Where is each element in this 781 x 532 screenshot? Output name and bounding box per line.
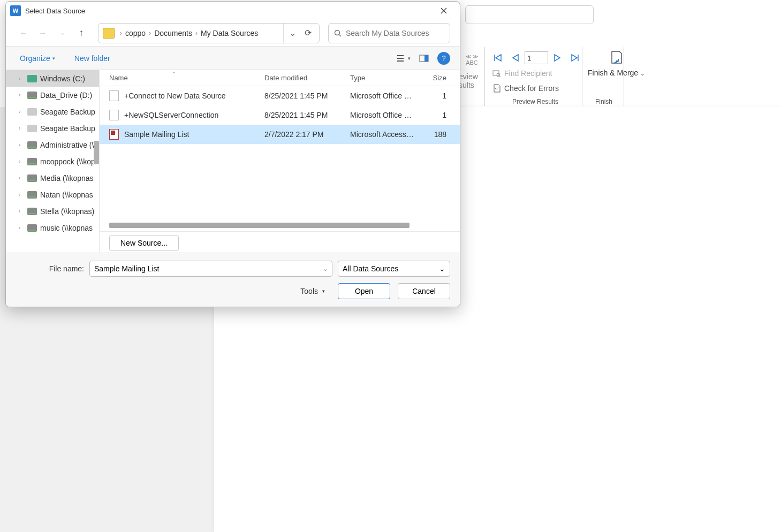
next-record-icon[interactable] [550,52,564,64]
chevron-right-icon[interactable]: › [19,175,24,181]
file-date: 8/25/2021 1:45 PM [264,111,350,119]
horizontal-scroll-track[interactable] [100,222,460,231]
organize-button[interactable]: Organize ▾ [16,52,59,65]
file-type-filter[interactable]: All Data Sources ⌄ [338,261,450,277]
tell-me-box[interactable] [465,5,594,24]
search-input[interactable] [346,29,444,37]
close-button[interactable] [432,3,456,19]
view-options-button[interactable]: ▾ [396,50,412,66]
last-record-icon[interactable] [566,52,582,64]
tree-item[interactable]: ›Administrative (\ [6,136,99,153]
file-size: 188 [414,130,446,139]
file-row[interactable]: +NewSQLServerConnection8/25/2021 1:45 PM… [100,105,460,125]
chevron-down-icon[interactable]: ⌄ [439,264,445,273]
new-source-bar: New Source... [100,231,460,253]
new-source-button[interactable]: New Source... [109,235,179,251]
preview-results-group-label: Preview Results [490,98,580,105]
column-date[interactable]: Date modified [264,74,350,82]
find-icon [492,69,501,78]
chevron-right-icon[interactable]: › [19,125,24,131]
drive-icon [27,141,37,149]
file-icon [109,90,119,101]
column-type[interactable]: Type [350,74,414,82]
tools-dropdown[interactable]: Tools ▾ [300,287,325,295]
chevron-right-icon[interactable]: › [146,29,154,37]
breadcrumb-segment[interactable]: My Data Sources [201,29,258,37]
search-box[interactable] [328,23,450,43]
tree-item[interactable]: ›Windows (C:) [6,70,99,87]
breadcrumb-dropdown[interactable]: ⌄ [283,24,301,43]
chevron-right-icon[interactable]: › [19,192,24,197]
file-name-combo[interactable]: Sample Mailing List ⌄ [89,261,332,277]
help-button[interactable]: ? [437,52,450,65]
tree-item[interactable]: ›music (\\kopnas [6,219,99,236]
chevron-right-icon[interactable]: › [19,225,24,231]
cancel-button[interactable]: Cancel [398,283,450,299]
drive-icon [27,108,37,116]
tree-item[interactable]: ›Data_Drive (D:) [6,87,99,103]
find-recipient-button[interactable]: Find Recipient [490,67,555,79]
prev-record-icon[interactable] [509,52,522,64]
breadcrumb-segment[interactable]: coppo [125,29,146,37]
file-date: 8/25/2021 1:45 PM [264,92,350,100]
check-errors-label: Check for Errors [504,84,559,93]
recent-dropdown[interactable]: ⌄ [54,25,70,41]
chevron-down-icon: ▾ [52,56,55,61]
back-button[interactable]: ← [16,25,32,41]
tree-item-label: Data_Drive (D:) [40,91,92,100]
record-number-input[interactable] [525,51,548,64]
tree-item[interactable]: ›Seagate Backup [6,120,99,136]
finish-group-label: Finish [586,98,621,105]
chevron-right-icon[interactable]: › [192,29,201,37]
breadcrumb-segment[interactable]: Documents [154,29,192,37]
tree-item[interactable]: ›Stella (\\kopnas) [6,203,99,219]
finish-merge-button[interactable]: Finish & Merge ⌄ [588,49,644,78]
first-record-icon[interactable] [490,52,506,64]
tree-item[interactable]: ›Natan (\\kopnas [6,186,99,203]
chevron-right-icon[interactable]: › [19,109,24,115]
preview-pane-button[interactable] [416,50,432,66]
tree-item-label: Stella (\\kopnas) [40,207,94,216]
sidebar-scrollbar[interactable] [94,141,99,164]
file-name-value: Sample Mailing List [94,264,159,273]
chevron-right-icon[interactable]: › [19,92,24,98]
tree-item-label: Seagate Backup [40,108,95,116]
horizontal-scrollbar[interactable] [109,223,410,228]
forward-button[interactable]: → [35,25,51,41]
group-divider [484,47,485,106]
chevron-right-icon[interactable]: › [117,29,125,37]
chevron-right-icon[interactable]: › [19,75,24,81]
drive-icon [27,92,37,99]
breadcrumb[interactable]: › coppo › Documents › My Data Sources ⌄ … [98,23,320,43]
drive-icon [27,158,37,165]
finish-merge-label: Finish & Merge [588,69,638,77]
select-data-source-dialog: W Select Data Source ← → ⌄ ↑ › coppo › D… [5,1,460,307]
check-errors-button[interactable]: Check for Errors [490,82,561,94]
file-name-label: File name: [16,264,84,273]
file-row[interactable]: Sample Mailing List2/7/2022 2:17 PMMicro… [100,125,460,144]
refresh-button[interactable]: ⟳ [301,28,315,38]
tools-label: Tools [300,287,318,295]
column-size[interactable]: Size [414,74,446,82]
chevron-down-icon[interactable]: ⌄ [323,265,328,272]
drive-icon [27,191,37,199]
file-date: 2/7/2022 2:17 PM [264,130,350,139]
filter-value: All Data Sources [343,264,398,273]
svg-line-2 [499,76,501,77]
column-name[interactable]: Name ⌃ [109,74,264,82]
tree-item-label: music (\\kopnas [40,224,93,232]
new-folder-button[interactable]: New folder [70,52,115,65]
chevron-right-icon[interactable]: › [19,142,24,148]
drive-icon [27,75,37,82]
list-icon [397,55,406,62]
tree-item[interactable]: ›Media (\\kopnas [6,170,99,186]
tree-item[interactable]: ›Seagate Backup [6,103,99,120]
up-button[interactable]: ↑ [73,25,89,41]
tree-item[interactable]: ›mcoppock (\\kop [6,153,99,170]
open-button[interactable]: Open [338,283,390,299]
chevron-right-icon[interactable]: › [19,158,24,164]
chevron-right-icon[interactable]: › [19,208,24,214]
file-name: Sample Mailing List [124,130,264,139]
navigation-bar: ← → ⌄ ↑ › coppo › Documents › My Data So… [6,20,460,47]
file-row[interactable]: +Connect to New Data Source8/25/2021 1:4… [100,86,460,105]
